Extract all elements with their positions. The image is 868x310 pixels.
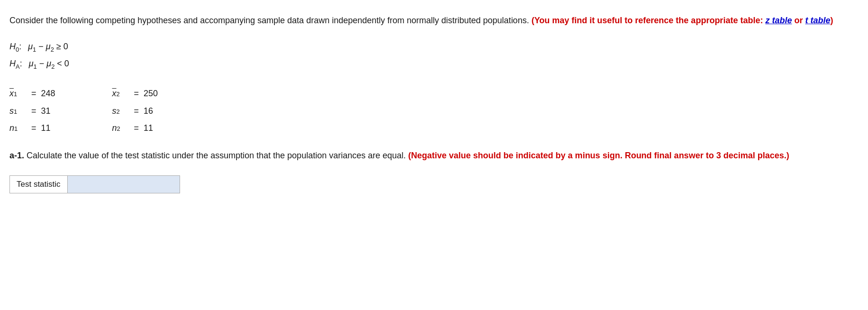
n1-row: n1 = 11 <box>9 120 55 136</box>
x1-bar-row: x1 = 248 <box>9 86 55 101</box>
ha-label: HA: <box>9 55 27 73</box>
eq2: = <box>31 103 36 119</box>
n2-label: n2 <box>112 120 129 136</box>
s2-row: s2 = 16 <box>112 103 158 119</box>
eq6: = <box>134 120 139 136</box>
ha-expression: μ1 − μ2 < 0 <box>29 55 69 73</box>
s2-value: 16 <box>144 103 153 119</box>
instruction-bold-red: (Negative value should be indicated by a… <box>408 151 789 160</box>
n2-value: 11 <box>144 120 153 136</box>
intro-bold-prefix: (You may find it useful to reference the… <box>532 16 833 25</box>
s1-row: s1 = 31 <box>9 103 55 119</box>
x1-bar-label: x1 <box>9 86 27 101</box>
or-text: or <box>792 16 805 25</box>
n1-value: 11 <box>41 120 51 136</box>
eq4: = <box>134 86 139 101</box>
intro-paragraph: Consider the following competing hypothe… <box>9 14 854 27</box>
sample-col-2: x2 = 250 s2 = 16 n2 = 11 <box>112 86 158 136</box>
h0-line: H0: μ1 − μ2 ≥ 0 <box>9 38 854 55</box>
bold-text-start: (You may find it useful to reference the… <box>532 16 766 25</box>
sample-col-1: x1 = 248 s1 = 31 n1 = 11 <box>9 86 55 136</box>
x2-bar-value: 250 <box>144 86 158 101</box>
n2-row: n2 = 11 <box>112 120 158 136</box>
x2-bar-label: x2 <box>112 86 129 101</box>
x2-bar-row: x2 = 250 <box>112 86 158 101</box>
eq1: = <box>31 86 36 101</box>
test-statistic-input[interactable] <box>68 176 180 193</box>
x1-bar-value: 248 <box>41 86 55 101</box>
answer-label: Test statistic <box>10 176 68 193</box>
h0-expression: μ1 − μ2 ≥ 0 <box>28 38 68 55</box>
intro-main-text: Consider the following competing hypothe… <box>9 16 532 25</box>
hypotheses-section: H0: μ1 − μ2 ≥ 0 HA: μ1 − μ2 < 0 <box>9 38 854 73</box>
instruction-paragraph: a-1. Calculate the value of the test sta… <box>9 149 854 162</box>
eq5: = <box>134 103 139 119</box>
t-table-link[interactable]: t table <box>805 16 830 25</box>
instruction-text: Calculate the value of the test statisti… <box>24 151 408 160</box>
page-content: Consider the following competing hypothe… <box>9 14 854 193</box>
h0-label: H0: <box>9 38 26 55</box>
close-paren: ) <box>830 16 833 25</box>
s1-value: 31 <box>41 103 51 119</box>
answer-row: Test statistic <box>9 175 180 193</box>
n1-label: n1 <box>9 120 27 136</box>
s1-label: s1 <box>9 103 27 119</box>
s2-label: s2 <box>112 103 129 119</box>
ha-line: HA: μ1 − μ2 < 0 <box>9 55 854 73</box>
part-label: a-1. <box>9 151 24 160</box>
sample-data-section: x1 = 248 s1 = 31 n1 = 11 x2 = 250 s2 <box>9 86 854 136</box>
z-table-link[interactable]: z table <box>765 16 792 25</box>
eq3: = <box>31 120 36 136</box>
